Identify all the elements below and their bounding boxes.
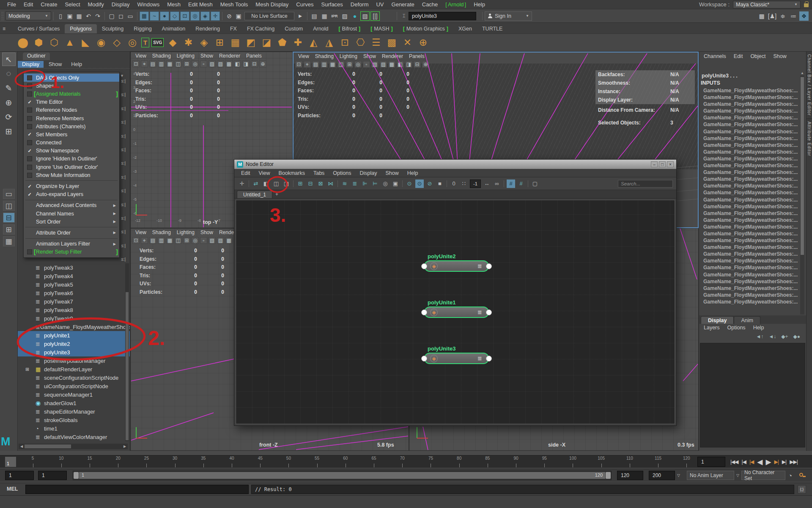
menu-item[interactable] (24, 237, 119, 240)
viewport-toolbar-icon[interactable]: ⌖ (304, 61, 311, 68)
separate-icon[interactable]: ▦ (228, 37, 242, 48)
construction-history-icon[interactable]: ⊘ (225, 11, 234, 21)
menu-item[interactable]: Show Mute Information (24, 171, 119, 179)
checkbox[interactable] (27, 132, 32, 137)
menu-item[interactable] (24, 199, 119, 202)
layout-columns-icon[interactable]: ≣ (351, 179, 359, 188)
expand-icon[interactable] (25, 282, 30, 287)
layer-editor-tab[interactable]: Anim (734, 316, 760, 324)
viewport-toolbar-icon[interactable]: ⊡ (132, 61, 140, 67)
viewport-menu-item[interactable]: Panels (406, 53, 428, 59)
remove-selected-icon[interactable]: ⊟ (306, 179, 315, 188)
playback-options-icon[interactable]: ◔ (788, 472, 792, 479)
snap-center-icon[interactable]: ◎ (190, 11, 200, 21)
expand-icon[interactable] (25, 426, 30, 431)
target-weld-icon[interactable]: ◭ (307, 37, 320, 48)
shelf-tab[interactable]: FX (225, 24, 242, 33)
snap-point-icon[interactable]: ● (160, 11, 169, 21)
menu-item[interactable]: DAG Objects Only (24, 74, 119, 82)
checkbox[interactable] (27, 173, 32, 178)
checkbox[interactable] (27, 192, 32, 197)
viewport-toolbar-icon[interactable]: ▨ (217, 237, 224, 244)
no-live-surface-field[interactable]: No Live Surface (244, 12, 294, 20)
tool-settings-toggle-icon[interactable]: ≔ (789, 11, 798, 21)
menu-item[interactable]: Ignore 'Hidden In Outliner' (24, 155, 119, 163)
checkbox[interactable] (27, 184, 32, 189)
unpin-all-icon[interactable]: ⊘ (425, 179, 434, 188)
checkbox[interactable] (27, 108, 32, 113)
infinite-traversal-icon[interactable]: ∞ (493, 179, 501, 188)
create-node-icon[interactable]: ✛ (238, 179, 246, 188)
output-port[interactable] (486, 356, 492, 362)
viewport-toolbar-icon[interactable]: ◧ (397, 61, 404, 68)
channel-node-title[interactable]: polyUnite3 . . . (702, 73, 738, 79)
menu-item[interactable]: Show Namespace (24, 147, 119, 155)
outliner-menu[interactable]: Help (67, 61, 86, 68)
shelf-tab[interactable]: Rendering (190, 24, 225, 33)
lock-icon[interactable]: ■ (436, 179, 444, 188)
poly-text-icon[interactable]: T (141, 38, 149, 47)
menu-item[interactable]: Modify (84, 1, 108, 8)
viewport-menu-item[interactable]: View (132, 229, 149, 235)
anim-layer-select[interactable]: No Anim Layer (687, 471, 734, 480)
viewport-menu-item[interactable]: Shading (149, 53, 174, 59)
menu-item[interactable] (24, 226, 119, 229)
viewport-menu-item[interactable]: Show (198, 53, 216, 59)
viewport-toolbar-icon[interactable]: ▤ (312, 61, 319, 68)
expand-icon[interactable] (25, 392, 30, 397)
channel-input-row[interactable]: GameName_FloydMayweatherShoes:... (703, 224, 799, 231)
graph-node[interactable]: polyUnite2 ◈ ≣ (424, 260, 489, 272)
expand-icon[interactable] (25, 333, 30, 338)
node-editor-menu[interactable]: Help (403, 170, 422, 176)
grid-toggle-icon[interactable]: # (517, 179, 525, 188)
combine-icon[interactable]: ⊞ (213, 37, 226, 48)
expand-icon[interactable] (25, 359, 30, 363)
new-scene-icon[interactable]: ▯ (56, 11, 65, 21)
shelf-tab[interactable]: Motion Graphics (398, 24, 453, 33)
paint-select-tool[interactable]: ✎ (2, 81, 16, 95)
viewport-toolbar-icon[interactable]: ⊞ (183, 237, 190, 244)
node-editor-menu[interactable]: Bookmarks (274, 170, 309, 176)
expand-icon[interactable] (25, 435, 30, 439)
chevron-right-icon[interactable]: ▶ (296, 11, 305, 21)
attribute-editor-tab[interactable]: Attribute Editor (807, 119, 812, 159)
menu-item[interactable]: Organize by Layer (24, 182, 119, 190)
outliner-item[interactable]: polyTweak6 (18, 289, 130, 297)
layer-editor-menu[interactable]: Layers (700, 325, 724, 331)
viewport-toolbar-icon[interactable]: ◧ (234, 61, 241, 67)
node-menu-icon[interactable]: ≣ (477, 355, 482, 362)
shelf-menu-icon[interactable]: ≡ (3, 26, 5, 32)
layout-rows-icon[interactable]: ≋ (340, 179, 349, 188)
output-connections-icon[interactable]: ◨ (282, 179, 291, 188)
modeling-toolkit-icon[interactable]: ▩ (757, 11, 766, 21)
poly-super-shape-icon[interactable]: ◆ (166, 37, 179, 48)
snap-plane-icon[interactable]: ◇ (170, 11, 179, 21)
script-editor-icon[interactable]: {;} (798, 485, 806, 494)
play-backwards-icon[interactable]: ◀ (756, 458, 763, 467)
channel-input-row[interactable]: GameName_FloydMayweatherShoes:... (703, 279, 799, 285)
expand-icon[interactable] (25, 401, 30, 406)
shelf-tab[interactable]: Bifrost (333, 24, 365, 33)
bevel-icon[interactable]: ◪ (260, 37, 273, 48)
menu-item[interactable]: Windows (133, 1, 163, 8)
viewport-menu-item[interactable]: Lighting (174, 229, 198, 235)
channel-input-row[interactable]: GameName_FloydMayweatherShoes:... (703, 101, 799, 108)
node-editor-menu[interactable]: View (255, 170, 274, 176)
workspace-lock-icon[interactable] (804, 3, 809, 7)
scroll-up-icon[interactable]: ▲ (801, 71, 804, 75)
inputs-section-label[interactable]: INPUTS (701, 80, 720, 86)
chevron-down-icon[interactable]: ▽ (677, 473, 680, 478)
channel-box-menu[interactable]: Channels (700, 53, 730, 59)
viewport-toolbar-icon[interactable]: ▧ (208, 237, 216, 244)
layer-list-area[interactable] (700, 343, 805, 447)
expand-icon[interactable] (25, 291, 30, 295)
viewport-menu-item[interactable]: Shading (149, 229, 174, 235)
poly-torus-icon[interactable]: ◉ (94, 37, 108, 48)
channel-input-row[interactable]: GameName_FloydMayweatherShoes:... (703, 115, 799, 121)
layer-editor-tab[interactable]: Display (701, 316, 734, 324)
shelf-tab[interactable]: Curves / Surfaces (13, 24, 65, 33)
snap-grid-icon[interactable]: ▦ (140, 11, 149, 21)
checkbox[interactable] (27, 124, 32, 129)
channel-input-row[interactable]: GameName_FloydMayweatherShoes:... (703, 176, 799, 183)
frame-all-icon[interactable]: ▣ (391, 179, 400, 188)
